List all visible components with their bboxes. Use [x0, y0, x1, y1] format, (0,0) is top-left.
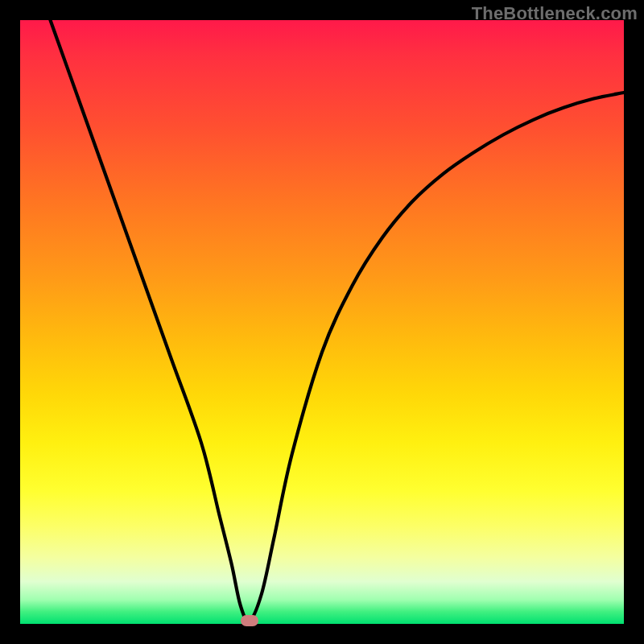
- plot-area: [20, 20, 624, 624]
- chart-frame: TheBottleneck.com: [0, 0, 644, 644]
- curve-path: [51, 20, 625, 621]
- watermark-text: TheBottleneck.com: [472, 3, 638, 24]
- bottleneck-curve: [20, 20, 624, 624]
- minimum-marker: [241, 615, 258, 626]
